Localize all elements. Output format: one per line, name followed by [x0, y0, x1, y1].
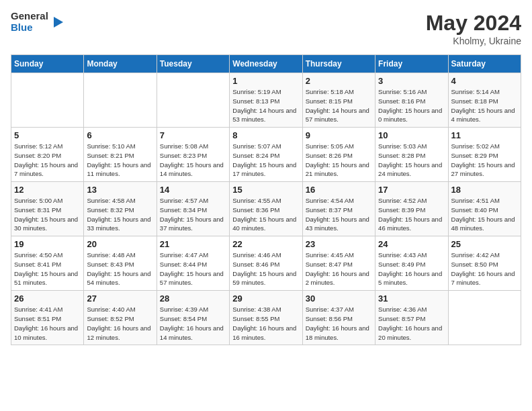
day-number: 14	[160, 185, 226, 195]
calendar-cell: 17Sunrise: 4:52 AMSunset: 8:39 PMDayligh…	[375, 182, 448, 236]
calendar-week-5: 26Sunrise: 4:41 AMSunset: 8:51 PMDayligh…	[11, 291, 521, 345]
day-number: 16	[306, 185, 372, 195]
logo-general: General	[11, 11, 48, 22]
day-info: Sunrise: 4:42 AMSunset: 8:50 PMDaylight:…	[451, 250, 518, 287]
day-number: 7	[160, 130, 226, 140]
calendar-cell: 4Sunrise: 5:14 AMSunset: 8:18 PMDaylight…	[448, 73, 521, 128]
day-info: Sunrise: 5:00 AMSunset: 8:31 PMDaylight:…	[14, 196, 81, 233]
day-number: 27	[87, 293, 153, 304]
calendar-cell	[11, 73, 84, 128]
calendar-cell: 8Sunrise: 5:07 AMSunset: 8:24 PMDaylight…	[230, 128, 302, 182]
calendar-cell: 20Sunrise: 4:48 AMSunset: 8:43 PMDayligh…	[84, 236, 157, 291]
day-number: 29	[232, 293, 299, 304]
calendar-cell: 23Sunrise: 4:45 AMSunset: 8:47 PMDayligh…	[302, 236, 375, 291]
calendar-cell: 9Sunrise: 5:05 AMSunset: 8:26 PMDaylight…	[302, 128, 375, 182]
calendar-cell	[448, 291, 521, 345]
weekday-header-saturday: Saturday	[448, 55, 521, 73]
calendar-cell: 22Sunrise: 4:46 AMSunset: 8:46 PMDayligh…	[230, 236, 302, 291]
day-info: Sunrise: 5:19 AMSunset: 8:13 PMDaylight:…	[232, 87, 299, 124]
day-number: 2	[306, 76, 372, 86]
calendar-cell: 30Sunrise: 4:37 AMSunset: 8:56 PMDayligh…	[302, 291, 375, 345]
calendar-cell: 14Sunrise: 4:57 AMSunset: 8:34 PMDayligh…	[157, 182, 229, 236]
day-info: Sunrise: 5:07 AMSunset: 8:24 PMDaylight:…	[232, 142, 299, 179]
calendar-week-2: 5Sunrise: 5:12 AMSunset: 8:20 PMDaylight…	[11, 128, 521, 182]
calendar-body: 1Sunrise: 5:19 AMSunset: 8:13 PMDaylight…	[11, 73, 521, 345]
calendar-cell: 16Sunrise: 4:54 AMSunset: 8:37 PMDayligh…	[302, 182, 375, 236]
page-header: General Blue May 2024 Kholmy, Ukraine	[11, 11, 521, 46]
day-number: 30	[306, 293, 372, 304]
day-number: 11	[451, 130, 518, 140]
day-info: Sunrise: 4:41 AMSunset: 8:51 PMDaylight:…	[14, 305, 81, 342]
title-block: May 2024 Kholmy, Ukraine	[426, 11, 521, 46]
day-number: 21	[160, 239, 226, 249]
day-number: 15	[232, 185, 299, 195]
day-number: 23	[306, 239, 372, 249]
day-info: Sunrise: 4:45 AMSunset: 8:47 PMDaylight:…	[306, 250, 372, 287]
weekday-header-friday: Friday	[375, 55, 448, 73]
day-info: Sunrise: 5:03 AMSunset: 8:28 PMDaylight:…	[378, 142, 445, 179]
calendar-cell: 29Sunrise: 4:38 AMSunset: 8:55 PMDayligh…	[230, 291, 302, 345]
day-info: Sunrise: 5:14 AMSunset: 8:18 PMDaylight:…	[451, 87, 518, 124]
calendar-cell: 3Sunrise: 5:16 AMSunset: 8:16 PMDaylight…	[375, 73, 448, 128]
day-info: Sunrise: 4:57 AMSunset: 8:34 PMDaylight:…	[160, 196, 226, 233]
day-info: Sunrise: 4:52 AMSunset: 8:39 PMDaylight:…	[378, 196, 445, 233]
day-number: 19	[14, 239, 81, 249]
calendar-cell: 25Sunrise: 4:42 AMSunset: 8:50 PMDayligh…	[448, 236, 521, 291]
logo-text: General Blue	[11, 11, 48, 33]
calendar-table: SundayMondayTuesdayWednesdayThursdayFrid…	[11, 54, 521, 345]
weekday-header-wednesday: Wednesday	[230, 55, 302, 73]
day-number: 17	[378, 185, 445, 195]
weekday-header-row: SundayMondayTuesdayWednesdayThursdayFrid…	[11, 55, 521, 73]
day-number: 3	[378, 76, 445, 86]
day-number: 6	[87, 130, 153, 140]
day-number: 10	[378, 130, 445, 140]
calendar-location: Kholmy, Ukraine	[426, 36, 521, 46]
calendar-cell: 15Sunrise: 4:55 AMSunset: 8:36 PMDayligh…	[230, 182, 302, 236]
calendar-cell: 7Sunrise: 5:08 AMSunset: 8:23 PMDaylight…	[157, 128, 229, 182]
calendar-cell: 31Sunrise: 4:36 AMSunset: 8:57 PMDayligh…	[375, 291, 448, 345]
day-info: Sunrise: 4:46 AMSunset: 8:46 PMDaylight:…	[232, 250, 299, 287]
weekday-header-monday: Monday	[84, 55, 157, 73]
calendar-cell: 24Sunrise: 4:43 AMSunset: 8:49 PMDayligh…	[375, 236, 448, 291]
calendar-cell: 28Sunrise: 4:39 AMSunset: 8:54 PMDayligh…	[157, 291, 229, 345]
day-number: 12	[14, 185, 81, 195]
day-info: Sunrise: 4:36 AMSunset: 8:57 PMDaylight:…	[378, 305, 445, 342]
weekday-header-thursday: Thursday	[302, 55, 375, 73]
calendar-cell	[157, 73, 229, 128]
day-info: Sunrise: 4:58 AMSunset: 8:32 PMDaylight:…	[87, 196, 153, 233]
day-info: Sunrise: 5:10 AMSunset: 8:21 PMDaylight:…	[87, 142, 153, 179]
day-info: Sunrise: 4:43 AMSunset: 8:49 PMDaylight:…	[378, 250, 445, 287]
day-number: 8	[232, 130, 299, 140]
calendar-cell: 18Sunrise: 4:51 AMSunset: 8:40 PMDayligh…	[448, 182, 521, 236]
day-number: 13	[87, 185, 153, 195]
day-info: Sunrise: 5:08 AMSunset: 8:23 PMDaylight:…	[160, 142, 226, 179]
calendar-cell: 19Sunrise: 4:50 AMSunset: 8:41 PMDayligh…	[11, 236, 84, 291]
day-info: Sunrise: 4:55 AMSunset: 8:36 PMDaylight:…	[232, 196, 299, 233]
day-number: 9	[306, 130, 372, 140]
logo-blue: Blue	[11, 22, 48, 34]
day-info: Sunrise: 5:02 AMSunset: 8:29 PMDaylight:…	[451, 142, 518, 179]
calendar-cell: 27Sunrise: 4:40 AMSunset: 8:52 PMDayligh…	[84, 291, 157, 345]
day-info: Sunrise: 5:16 AMSunset: 8:16 PMDaylight:…	[378, 87, 445, 124]
calendar-week-3: 12Sunrise: 5:00 AMSunset: 8:31 PMDayligh…	[11, 182, 521, 236]
day-info: Sunrise: 4:48 AMSunset: 8:43 PMDaylight:…	[87, 250, 153, 287]
day-number: 18	[451, 185, 518, 195]
day-number: 1	[232, 76, 299, 86]
day-info: Sunrise: 4:51 AMSunset: 8:40 PMDaylight:…	[451, 196, 518, 233]
weekday-header-tuesday: Tuesday	[157, 55, 229, 73]
day-number: 26	[14, 293, 81, 304]
day-info: Sunrise: 5:18 AMSunset: 8:15 PMDaylight:…	[306, 87, 372, 124]
day-number: 5	[14, 130, 81, 140]
day-info: Sunrise: 4:40 AMSunset: 8:52 PMDaylight:…	[87, 305, 153, 342]
day-info: Sunrise: 4:54 AMSunset: 8:37 PMDaylight:…	[306, 196, 372, 233]
calendar-cell: 21Sunrise: 4:47 AMSunset: 8:44 PMDayligh…	[157, 236, 229, 291]
calendar-cell: 10Sunrise: 5:03 AMSunset: 8:28 PMDayligh…	[375, 128, 448, 182]
day-number: 22	[232, 239, 299, 249]
calendar-cell: 5Sunrise: 5:12 AMSunset: 8:20 PMDaylight…	[11, 128, 84, 182]
day-number: 31	[378, 293, 445, 304]
day-info: Sunrise: 4:50 AMSunset: 8:41 PMDaylight:…	[14, 250, 81, 287]
calendar-cell: 13Sunrise: 4:58 AMSunset: 8:32 PMDayligh…	[84, 182, 157, 236]
day-info: Sunrise: 4:47 AMSunset: 8:44 PMDaylight:…	[160, 250, 226, 287]
calendar-week-4: 19Sunrise: 4:50 AMSunset: 8:41 PMDayligh…	[11, 236, 521, 291]
calendar-cell: 12Sunrise: 5:00 AMSunset: 8:31 PMDayligh…	[11, 182, 84, 236]
